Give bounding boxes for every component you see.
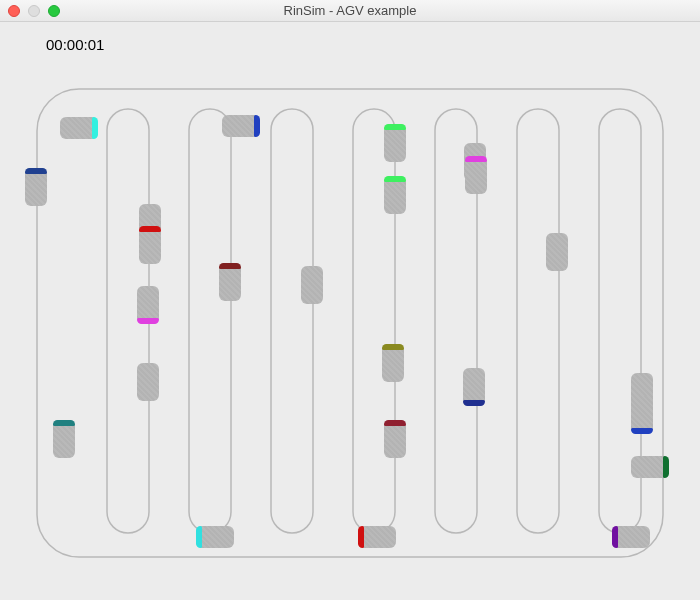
agv [631,456,669,478]
agv [631,396,653,434]
agv [53,420,75,458]
agv [546,233,568,271]
agv [60,117,98,139]
window-title: RinSim - AGV example [284,3,417,18]
minimize-icon[interactable] [28,5,40,17]
agv [384,124,406,162]
sim-clock: 00:00:01 [46,36,104,53]
agv [139,226,161,264]
agv [384,420,406,458]
close-icon[interactable] [8,5,20,17]
agv [137,363,159,401]
agv-layer [36,88,664,558]
agv [25,168,47,206]
titlebar: RinSim - AGV example [0,0,700,22]
agv [358,526,396,548]
agv [219,263,241,301]
agv [137,286,159,324]
zoom-icon[interactable] [48,5,60,17]
window-controls [0,5,60,17]
agv [384,176,406,214]
agv [222,115,260,137]
agv [612,526,650,548]
agv [382,344,404,382]
agv [196,526,234,548]
agv [301,266,323,304]
simulation-canvas: 00:00:01 [0,22,700,600]
agv [463,368,485,406]
agv [465,156,487,194]
